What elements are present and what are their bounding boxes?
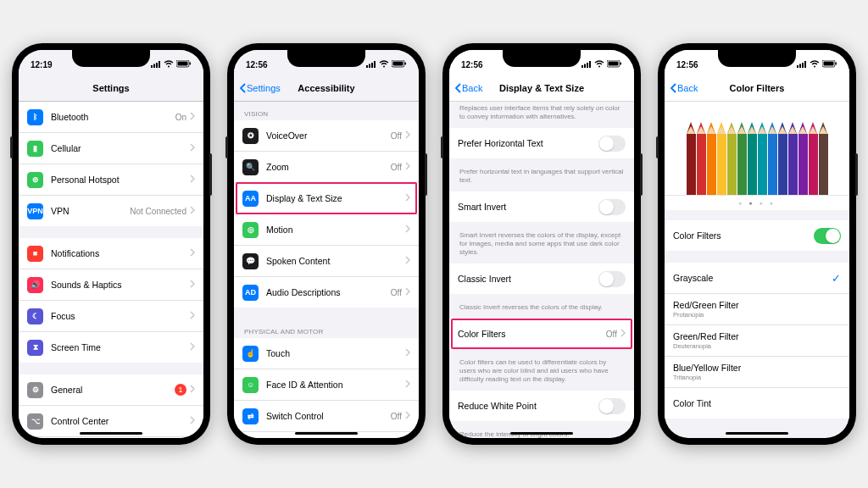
svg-rect-25 bbox=[799, 64, 801, 68]
settings-row[interactable]: 🔊Sounds & Haptics bbox=[19, 269, 203, 301]
settings-row[interactable]: ☺Face ID & Attention bbox=[234, 369, 419, 401]
svg-rect-10 bbox=[371, 63, 373, 68]
row-label: Switch Control bbox=[266, 411, 391, 421]
settings-row[interactable]: ᛒBluetoothOn bbox=[19, 102, 203, 133]
settings-row[interactable]: ◎Motion bbox=[234, 214, 419, 246]
footer-text: Smart Invert reverses the colors of the … bbox=[449, 229, 634, 263]
toggle[interactable] bbox=[814, 228, 841, 244]
toggle[interactable] bbox=[598, 398, 626, 414]
settings-row[interactable]: ▮Cellular bbox=[19, 133, 203, 164]
pencil bbox=[748, 114, 757, 195]
settings-row[interactable]: ■Notifications bbox=[19, 238, 203, 269]
row-label: Notifications bbox=[51, 248, 190, 258]
faceid2-icon: ☺ bbox=[242, 377, 259, 393]
svg-rect-31 bbox=[836, 62, 837, 64]
settings-row[interactable]: 🔍ZoomOff bbox=[234, 152, 419, 183]
home-indicator[interactable] bbox=[80, 432, 142, 435]
settings-row[interactable]: AADisplay & Text Size bbox=[234, 183, 419, 214]
notif-icon: ■ bbox=[27, 246, 43, 262]
pencil bbox=[727, 114, 737, 195]
spoken-icon: 💬 bbox=[242, 253, 259, 269]
row-reduce-white-point[interactable]: Reduce White Point bbox=[449, 391, 634, 421]
home-indicator[interactable] bbox=[510, 432, 573, 435]
time: 12:19 bbox=[31, 60, 53, 69]
chevron-right-icon bbox=[190, 175, 195, 185]
settings-row[interactable]: ⇄Switch ControlOff bbox=[234, 401, 419, 432]
motion-icon: ◎ bbox=[242, 222, 259, 238]
page-title: Color Filters bbox=[730, 83, 785, 93]
settings-row[interactable]: ⊚Personal Hotspot bbox=[19, 164, 203, 196]
battery-icon bbox=[176, 60, 192, 69]
filter-option[interactable]: Color Tint bbox=[665, 388, 849, 419]
value: On bbox=[175, 113, 186, 122]
row-label: Focus bbox=[51, 311, 190, 321]
settings-row[interactable]: ⚙General1 bbox=[19, 374, 203, 406]
home-indicator[interactable] bbox=[295, 432, 358, 435]
cellular-icon: ▮ bbox=[27, 141, 43, 157]
filter-option[interactable]: Grayscale✓ bbox=[665, 263, 849, 294]
toggle[interactable] bbox=[598, 199, 626, 215]
audiodesc-icon: AD bbox=[242, 285, 259, 301]
status-icons bbox=[797, 60, 837, 69]
badge: 1 bbox=[175, 384, 186, 396]
nav-bar: Settings bbox=[19, 75, 203, 102]
row-label: Sounds & Haptics bbox=[51, 280, 190, 290]
row-color-filters-toggle[interactable]: Color Filters bbox=[665, 220, 849, 251]
toggle[interactable] bbox=[598, 136, 626, 152]
row-color-filters[interactable]: Color FiltersOff bbox=[449, 319, 634, 349]
settings-row[interactable]: ⧗Screen Time bbox=[19, 332, 203, 363]
row-label: General bbox=[51, 385, 175, 395]
settings-row[interactable]: ADAudio DescriptionsOff bbox=[234, 277, 419, 308]
filter-option[interactable]: Green/Red FilterDeuteranopia bbox=[665, 325, 849, 357]
accessibility-content[interactable]: VISION✪VoiceOverOff🔍ZoomOffAADisplay & T… bbox=[234, 102, 419, 438]
filter-option[interactable]: Red/Green FilterProtanopia bbox=[665, 294, 849, 325]
settings-row[interactable]: ☝Touch bbox=[234, 338, 419, 369]
settings-content[interactable]: ᛒBluetoothOn▮Cellular⊚Personal HotspotVP… bbox=[19, 102, 203, 438]
row-smart-invert[interactable]: Smart Invert bbox=[449, 191, 634, 222]
wifi-icon bbox=[810, 60, 820, 69]
svg-rect-3 bbox=[159, 61, 160, 68]
row-label: Touch bbox=[266, 348, 405, 358]
row-classic-invert[interactable]: Classic Invert bbox=[449, 263, 634, 294]
settings-row[interactable]: AADisplay & Brightness bbox=[19, 437, 203, 438]
touch-icon: ☝ bbox=[242, 346, 259, 362]
pencil bbox=[768, 114, 777, 195]
chevron-right-icon bbox=[190, 248, 195, 258]
chevron-right-icon bbox=[405, 256, 410, 266]
option-label: Color Tint bbox=[673, 398, 841, 408]
settings-row[interactable]: ☾Focus bbox=[19, 301, 203, 332]
notch bbox=[503, 50, 581, 67]
notch bbox=[72, 50, 150, 67]
back-button[interactable]: Back bbox=[454, 83, 482, 93]
chevron-right-icon bbox=[190, 112, 195, 122]
display-text-content[interactable]: Replaces user interface items that rely … bbox=[449, 102, 634, 438]
settings-row[interactable]: ✪VoiceOverOff bbox=[234, 120, 419, 152]
page-dots[interactable]: ● ● ● ● bbox=[665, 196, 849, 210]
chevron-right-icon bbox=[405, 380, 410, 390]
svg-rect-22 bbox=[609, 61, 619, 65]
textsize-icon: AA bbox=[242, 191, 259, 207]
settings-row[interactable]: VPNVPNNot Connected bbox=[19, 196, 203, 226]
chevron-right-icon bbox=[190, 143, 195, 153]
home-indicator[interactable] bbox=[726, 432, 788, 435]
row-label: Face ID & Attention bbox=[266, 380, 405, 390]
settings-row[interactable]: 💬Spoken Content bbox=[234, 246, 419, 277]
option-label: Green/Red Filter bbox=[673, 331, 841, 341]
footer-text: Replaces user interface items that rely … bbox=[449, 102, 634, 128]
back-button[interactable]: Settings bbox=[239, 83, 281, 93]
row-prefer-horizontal[interactable]: Prefer Horizontal Text bbox=[449, 128, 634, 158]
status-icons bbox=[366, 60, 407, 69]
voiceover-icon: ✪ bbox=[242, 128, 259, 144]
svg-rect-23 bbox=[620, 62, 622, 64]
svg-rect-11 bbox=[374, 61, 376, 68]
back-button[interactable]: Back bbox=[670, 83, 698, 93]
color-pencils-preview[interactable] bbox=[665, 102, 849, 196]
pencil bbox=[697, 114, 706, 195]
signal-icon bbox=[581, 60, 592, 69]
section-header: VISION bbox=[234, 102, 419, 120]
row-label: Screen Time bbox=[51, 342, 190, 352]
toggle[interactable] bbox=[598, 271, 626, 287]
filter-option[interactable]: Blue/Yellow FilterTritanopia bbox=[665, 357, 849, 388]
color-filters-content[interactable]: ● ● ● ● Color Filters Grayscale✓Red/Gree… bbox=[665, 102, 849, 438]
screentime-icon: ⧗ bbox=[27, 340, 43, 356]
